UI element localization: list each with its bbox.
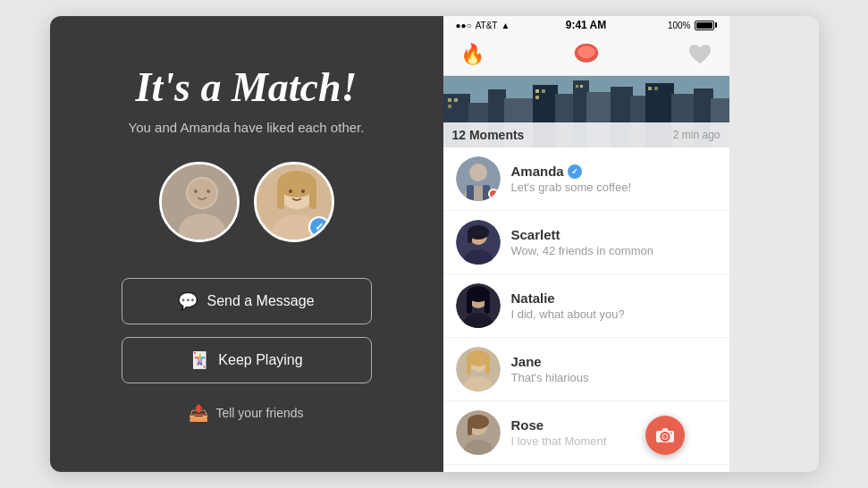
moments-time: 2 min ago [673,129,721,141]
amanda-name: Amanda ✓ [511,164,717,179]
match-screen: It's a Match! You and Amanda have liked … [50,16,443,472]
svg-rect-45 [467,185,474,201]
scarlett-name: Scarlett [511,227,717,242]
match-avatar: ✓ [254,162,334,242]
svg-rect-63 [485,358,490,374]
svg-point-3 [188,179,216,207]
status-bar: ●●○ AT&T ▲ 9:41 AM 100% [443,16,729,34]
battery-percent: 100% [668,21,691,30]
natalie-preview: I did, what about you? [511,307,717,321]
message-item-jane[interactable]: Jane That's hilarious [443,338,729,401]
messages-screen: ●●○ AT&T ▲ 9:41 AM 100% 🔥 [443,16,729,472]
svg-point-12 [289,189,292,193]
svg-point-5 [206,189,210,193]
send-message-button[interactable]: 💬 Send a Message [122,278,372,324]
svg-rect-39 [580,85,583,88]
rose-name: Rose [511,417,717,433]
svg-point-72 [670,433,672,434]
amanda-verified-icon: ✓ [568,164,582,179]
svg-rect-40 [648,87,652,90]
send-message-label: Send a Message [206,293,314,309]
jane-name: Jane [511,354,717,369]
keep-playing-button[interactable]: 🃏 Keep Playing [122,337,372,383]
signal-icon: ●●○ [456,21,472,30]
chat-bubble-icon [573,40,600,69]
svg-rect-57 [485,294,490,314]
svg-rect-68 [468,422,472,435]
svg-point-13 [301,189,305,193]
verified-badge: ✓ [308,216,330,238]
amanda-preview: Let's grab some coffee! [511,181,717,194]
svg-rect-41 [654,87,658,90]
tell-friends-label: Tell your friends [215,406,303,420]
battery-icon [695,21,717,30]
match-title: It's a Match! [136,65,358,111]
svg-point-71 [662,434,667,439]
moments-banner[interactable]: 12 Moments 2 min ago [443,76,729,147]
rose-avatar [456,410,501,455]
moments-image: 12 Moments 2 min ago [443,76,729,147]
svg-point-4 [194,189,198,193]
avatars-row: ✓ [159,162,334,242]
amanda-message-content: Amanda ✓ Let's grab some coffee! [511,164,717,194]
message-item-rose[interactable]: Rose I love that Moment [443,401,729,465]
svg-rect-33 [454,98,458,102]
scarlett-avatar [456,220,501,265]
user-avatar [159,162,240,242]
camera-overlay-icon[interactable] [645,416,685,455]
camera-icon [655,427,675,443]
status-signal: ●●○ AT&T ▲ [456,21,510,30]
top-nav: 🔥 [443,34,729,76]
amanda-avatar [456,156,501,201]
jane-avatar [456,347,501,391]
svg-rect-10 [277,184,284,209]
share-icon: 📤 [189,403,208,423]
scarlett-preview: Wow, 42 friends in common [511,244,717,257]
heart-nav-icon[interactable] [687,41,713,68]
flame-icon: 🔥 [460,43,485,66]
heart-icon [687,43,712,66]
message-item-amanda[interactable]: Amanda ✓ Let's grab some coffee! [443,147,729,211]
chat-icon: 💬 [178,291,198,311]
jane-preview: That's hilarious [511,371,717,384]
moments-overlay: 12 Moments 2 min ago [443,122,729,147]
svg-rect-32 [448,98,451,102]
jane-message-content: Jane That's hilarious [511,354,717,384]
app-container: It's a Match! You and Amanda have liked … [50,16,819,472]
rose-message-content: Rose I love that Moment [511,417,717,448]
message-item-scarlett[interactable]: Scarlett Wow, 42 friends in common [443,211,729,274]
status-time: 9:41 AM [566,19,607,31]
svg-point-43 [469,164,487,181]
keep-playing-label: Keep Playing [218,352,302,368]
moments-count: 12 Moments [452,128,525,142]
svg-rect-62 [467,358,471,374]
message-item-natalie[interactable]: Natalie I did, what about you? [443,274,729,338]
online-indicator [488,189,499,199]
natalie-avatar [456,283,501,328]
match-subtitle: You and Amanda have liked each other. [129,120,365,135]
svg-point-15 [577,46,594,58]
svg-rect-51 [468,232,472,243]
svg-rect-35 [535,89,539,93]
tell-friends-button[interactable]: 📤 Tell your friends [189,403,303,423]
svg-rect-11 [309,184,316,209]
messages-tab[interactable] [573,41,600,68]
carrier-label: AT&T [476,21,498,30]
wifi-icon: ▲ [501,21,510,30]
flame-nav-icon[interactable]: 🔥 [459,41,486,68]
cards-icon: 🃏 [190,350,209,370]
scarlett-message-content: Scarlett Wow, 42 friends in common [511,227,717,257]
svg-rect-38 [576,85,578,88]
svg-rect-56 [467,294,472,314]
status-battery: 100% [668,21,717,30]
natalie-message-content: Natalie I did, what about you? [511,290,717,321]
messages-list: Amanda ✓ Let's grab some coffee! [443,147,729,472]
rose-preview: I love that Moment [511,434,717,448]
svg-rect-34 [448,105,451,108]
svg-rect-37 [535,96,539,99]
natalie-name: Natalie [511,290,717,306]
svg-rect-36 [542,89,545,93]
